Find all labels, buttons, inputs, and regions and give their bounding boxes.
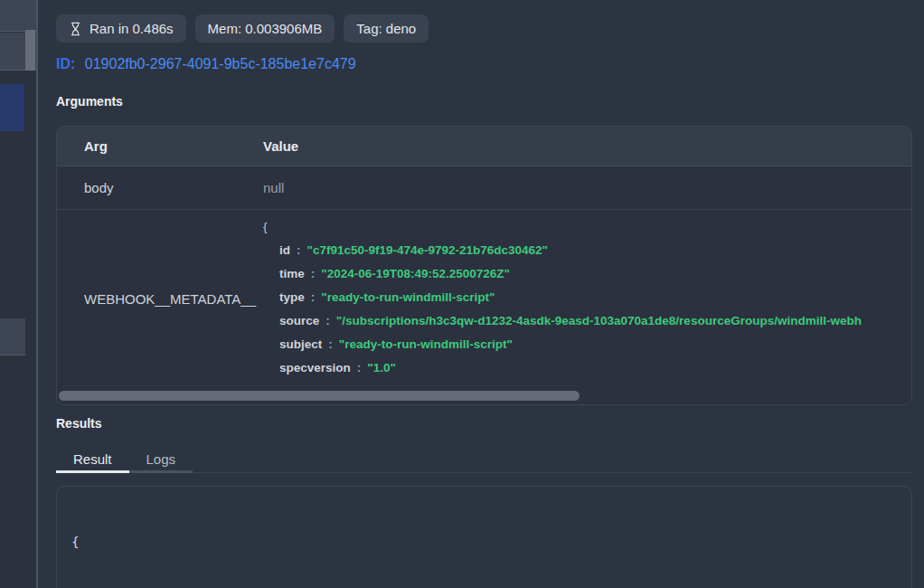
json-colon: : <box>311 267 316 280</box>
job-id-value[interactable]: 01902fb0-2967-4091-9b5c-185be1e7c479 <box>85 56 356 71</box>
json-colon: : <box>311 290 316 304</box>
arguments-heading: Arguments <box>56 94 123 109</box>
json-colon: : <box>297 243 301 257</box>
horizontal-scrollbar[interactable] <box>59 391 911 401</box>
json-entry: source:"/subscriptions/h3c3qw-d1232-4asd… <box>263 309 911 333</box>
webhook-json-viewer: { id:"c7f91c50-9f19-474e-9792-21b76dc304… <box>263 210 911 388</box>
results-heading: Results <box>56 416 102 431</box>
left-panel-scrollbar-thumb[interactable] <box>25 30 35 71</box>
json-value: "c7f91c50-9f19-474e-9792-21b76dc30462" <box>307 243 549 257</box>
col-header-value: Value <box>263 138 298 154</box>
selected-node-fragment[interactable] <box>0 84 24 131</box>
col-header-arg: Arg <box>84 138 108 154</box>
json-colon: : <box>325 314 330 327</box>
json-open-brace: { <box>263 215 911 239</box>
arg-name-body: body <box>57 180 263 195</box>
memory-badge-label: Mem: 0.003906MB <box>208 21 323 36</box>
json-entry: type:"ready-to-run-windmill-script" <box>263 286 911 309</box>
json-value: "1.0" <box>367 361 396 375</box>
job-id-label: ID: <box>56 56 75 71</box>
duration-badge-label: Ran in 0.486s <box>90 21 174 36</box>
tag-badge-label: Tag: deno <box>356 21 416 36</box>
json-entry: time:"2024-06-19T08:49:52.2500726Z" <box>263 262 911 286</box>
json-key: subject <box>279 337 322 351</box>
arguments-table-header: Arg Value <box>57 127 911 166</box>
tab-logs[interactable]: Logs <box>129 447 193 473</box>
table-row-body: body null <box>57 166 911 210</box>
result-panel: { "str": "default arg", "union": "Hello … <box>56 486 912 588</box>
memory-badge: Mem: 0.003906MB <box>195 14 335 43</box>
hourglass-icon <box>69 22 82 36</box>
job-id-line: ID: 01902fb0-2967-4091-9b5c-185be1e7c479 <box>56 56 356 72</box>
json-value: "ready-to-run-windmill-script" <box>339 337 513 351</box>
horizontal-scrollbar-thumb[interactable] <box>59 391 580 401</box>
panel-resize-divider[interactable] <box>36 0 38 588</box>
json-key: specversion <box>279 361 351 375</box>
code-open-brace: { <box>71 533 897 551</box>
tag-badge: Tag: deno <box>344 14 429 43</box>
tab-result[interactable]: Result <box>56 447 129 473</box>
json-key: id <box>279 243 290 257</box>
json-entry: id:"c7f91c50-9f19-474e-9792-21b76dc30462… <box>263 239 911 262</box>
json-colon: : <box>357 361 362 375</box>
json-colon: : <box>328 337 333 351</box>
table-row-webhook-metadata: WEBHOOK__METADATA__ { id:"c7f91c50-9f19-… <box>57 210 911 388</box>
json-entry: specversion:"1.0" <box>263 356 911 380</box>
json-value: "2024-06-19T08:49:52.2500726Z" <box>321 267 510 280</box>
json-entry: subject:"ready-to-run-windmill-script" <box>263 333 911 356</box>
json-key: time <box>279 267 305 280</box>
left-panel-header-fragment <box>0 0 36 32</box>
duration-badge: Ran in 0.486s <box>56 14 186 43</box>
json-value: "ready-to-run-windmill-script" <box>321 290 495 304</box>
run-stats-badges: Ran in 0.486s Mem: 0.003906MB Tag: deno <box>56 14 429 43</box>
arg-name-webhook: WEBHOOK__METADATA__ <box>57 210 263 388</box>
arguments-table: Arg Value body null WEBHOOK__METADATA__ … <box>56 126 912 405</box>
results-tabs: Result Logs <box>56 447 912 473</box>
left-panel-row-fragment-2 <box>0 318 25 356</box>
json-key: type <box>279 290 305 304</box>
json-value: "/subscriptions/h3c3qw-d1232-4asdk-9easd… <box>336 314 862 327</box>
result-code-block: { "str": "default arg", "union": "Hello … <box>57 487 911 588</box>
json-key: source <box>279 314 319 327</box>
arg-value-body: null <box>263 180 911 195</box>
